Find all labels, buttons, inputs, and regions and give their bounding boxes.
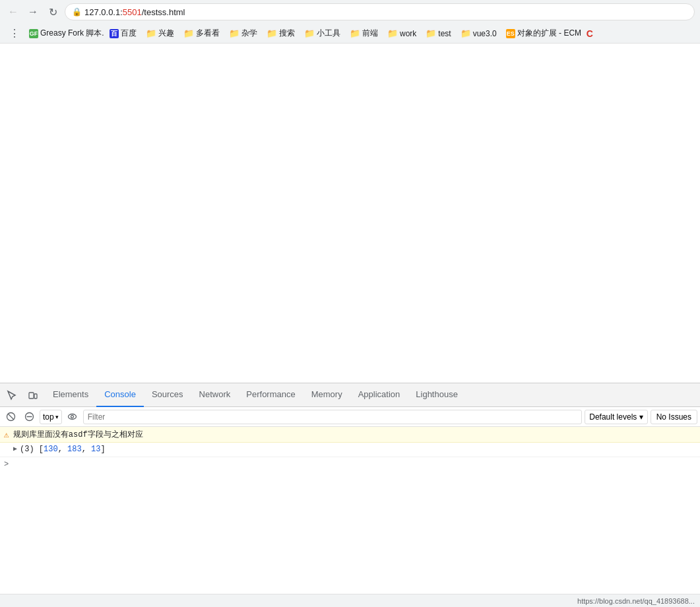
dropdown-arrow-icon: ▾ <box>55 414 59 420</box>
devtools-tab-bar: Elements Console Sources Network Perform… <box>0 383 700 407</box>
cursor-icon <box>7 390 17 400</box>
bookmark-sousuo[interactable]: 📁 搜索 <box>263 26 299 40</box>
console-output: ⚠ 规则库里面没有asdf字段与之相对应 ▶ (3) [130, 183, 13… <box>0 427 700 594</box>
tab-performance[interactable]: Performance <box>238 383 303 407</box>
tab-sources[interactable]: Sources <box>144 383 191 407</box>
bookmark-overflow[interactable]: C <box>583 27 597 40</box>
folder-icon: 📁 <box>183 28 194 38</box>
nav-bar: ← → ↻ 🔒 127.0.0.1:5501/testss.html <box>0 0 700 24</box>
page-content <box>0 44 700 383</box>
bookmark-vue3[interactable]: 📁 vue3.0 <box>457 27 501 40</box>
folder-icon: 📁 <box>304 28 315 38</box>
address-bar[interactable]: 🔒 127.0.0.1:5501/testss.html <box>65 3 695 20</box>
console-prompt[interactable]: > <box>0 457 700 472</box>
svg-point-6 <box>69 414 77 420</box>
inspect-element-button[interactable] <box>3 386 21 404</box>
folder-icon: 📁 <box>229 28 239 38</box>
svg-point-7 <box>71 416 74 418</box>
devtools-panel: Elements Console Sources Network Perform… <box>0 383 700 607</box>
device-toolbar-button[interactable] <box>24 386 42 404</box>
array-text: (3) [130, 183, 13] <box>20 445 106 454</box>
clear-icon <box>6 412 16 422</box>
eye-icon <box>67 412 77 422</box>
forward-button[interactable]: → <box>25 4 41 20</box>
greasy-fork-icon: GF <box>29 29 38 38</box>
folder-icon: 📁 <box>350 28 360 38</box>
status-url: https://blog.csdn.net/qq_41893688... <box>577 597 695 605</box>
folder-icon: 📁 <box>387 28 398 38</box>
bookmark-qian-duan[interactable]: 📁 前端 <box>346 26 382 40</box>
back-button[interactable]: ← <box>5 4 21 20</box>
tab-lighthouse[interactable]: Lighthouse <box>408 383 466 407</box>
apps-icon: ⋮ <box>9 27 20 40</box>
bookmark-test[interactable]: 📁 test <box>422 27 455 40</box>
console-filter-input[interactable] <box>83 410 583 424</box>
bookmark-es[interactable]: ES 对象的扩展 - ECM... <box>502 26 581 40</box>
hide-network-button[interactable] <box>21 409 37 425</box>
folder-icon: 📁 <box>146 28 156 38</box>
address-protocol: 127.0.0.1: <box>84 7 123 17</box>
address-port: 5501 <box>123 7 142 17</box>
prompt-chevron-icon: > <box>4 460 9 469</box>
bookmark-xingqu[interactable]: 📁 兴趣 <box>142 26 178 40</box>
folder-icon: 📁 <box>267 28 277 38</box>
no-entry-icon <box>24 412 34 422</box>
bookmark-apps[interactable]: ⋮ <box>5 26 24 41</box>
folder-icon: 📁 <box>426 28 436 38</box>
warning-text: 规则库里面没有asdf字段与之相对应 <box>13 429 143 440</box>
expand-arrow-icon[interactable]: ▶ <box>13 445 17 453</box>
bookmark-duo-kan-kan[interactable]: 📁 多看看 <box>179 26 224 40</box>
bookmark-xiao-gongju[interactable]: 📁 小工具 <box>300 26 344 40</box>
warning-icon: ⚠ <box>4 430 9 440</box>
tab-application[interactable]: Application <box>350 383 408 407</box>
folder-icon: 📁 <box>461 28 471 38</box>
bookmark-za-xue[interactable]: 📁 杂学 <box>225 26 261 40</box>
default-levels-button[interactable]: Default levels ▾ <box>585 410 647 424</box>
bookmark-greasy-fork[interactable]: GF Greasy Fork 脚本... <box>25 26 104 40</box>
tab-network[interactable]: Network <box>191 383 239 407</box>
tab-console[interactable]: Console <box>96 383 144 407</box>
console-array-entry: ▶ (3) [130, 183, 13] <box>0 443 700 457</box>
svg-rect-0 <box>29 393 34 399</box>
svg-rect-1 <box>34 394 37 399</box>
top-frame-selector[interactable]: top ▾ <box>40 410 62 424</box>
console-warning-entry: ⚠ 规则库里面没有asdf字段与之相对应 <box>0 427 700 443</box>
overflow-icon: C <box>587 28 593 39</box>
devtools-toolbar: top ▾ Default levels ▾ No Issues <box>0 407 700 427</box>
tab-memory[interactable]: Memory <box>303 383 350 407</box>
tab-elements[interactable]: Elements <box>45 383 96 407</box>
reload-button[interactable]: ↻ <box>45 4 61 20</box>
clear-console-button[interactable] <box>3 409 18 425</box>
bookmark-baidu[interactable]: 百 百度 <box>106 26 141 40</box>
address-path: /testss.html <box>142 7 185 17</box>
live-expressions-button[interactable] <box>65 409 80 425</box>
bookmarks-bar: ⋮ GF Greasy Fork 脚本... 百 百度 📁 兴趣 📁 多看看 📁… <box>0 24 700 44</box>
no-issues-button[interactable]: No Issues <box>651 410 697 424</box>
address-text: 127.0.0.1:5501/testss.html <box>84 7 185 17</box>
es-icon: ES <box>506 29 515 38</box>
baidu-icon: 百 <box>110 29 119 38</box>
status-bar: https://blog.csdn.net/qq_41893688... <box>0 594 700 607</box>
device-icon <box>28 390 38 400</box>
lock-icon: 🔒 <box>72 7 82 16</box>
svg-line-3 <box>8 414 14 420</box>
bookmark-work[interactable]: 📁 work <box>383 27 420 40</box>
